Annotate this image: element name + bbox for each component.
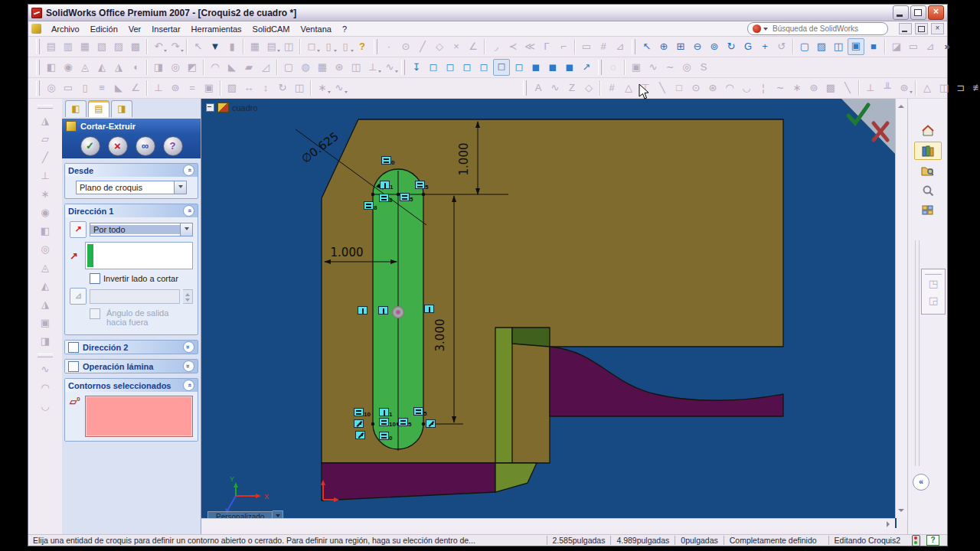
taskpane-collapse-button[interactable]: « (913, 474, 929, 491)
section-direccion2-header[interactable]: Dirección 2 « (65, 341, 198, 354)
split-entities-icon[interactable]: ¦ (756, 80, 771, 96)
section-view-icon[interactable]: ◪ (889, 39, 904, 54)
selection-filter-icon[interactable]: ▼ (207, 39, 223, 54)
show-panels-alt-icon[interactable]: ▯ (338, 39, 353, 54)
vertical-dimension-icon[interactable]: ▯ (77, 80, 93, 96)
reference-plane-icon[interactable]: ▱ (38, 132, 53, 147)
3d-sketch-icon[interactable]: ◮ (38, 113, 53, 129)
save-icon[interactable]: ▦ (77, 39, 93, 54)
reference-geometry-icon[interactable]: ⊥ (365, 60, 381, 75)
view-top-icon[interactable]: ◻ (493, 59, 510, 76)
previous-view-icon[interactable]: ↖ (639, 39, 655, 54)
concentric-relation-icon[interactable]: ⊚ (897, 80, 912, 96)
shaded-icon[interactable]: ■ (866, 39, 881, 54)
section-direccion1-header[interactable]: Dirección 1 « (65, 204, 198, 217)
fillet-feature-icon[interactable]: ◠ (207, 60, 223, 75)
hidden-lines-visible-icon[interactable]: ▨ (814, 39, 829, 54)
scan-equal-icon[interactable]: = (185, 80, 200, 96)
extruded-surface-icon[interactable]: ◧ (38, 223, 53, 239)
sketch-angle-icon[interactable]: ∠ (466, 39, 481, 54)
redo-icon[interactable]: ↷ (168, 39, 183, 54)
zoom-in-out-icon[interactable]: ⊖ (690, 39, 705, 54)
toolbar-grip[interactable] (38, 105, 53, 109)
sketch-text-icon[interactable]: A (531, 80, 546, 96)
sketch-constraint-h-icon[interactable]: 5 (398, 418, 408, 426)
show-panels-icon[interactable]: ▯ (321, 39, 336, 54)
modify-sketch-icon[interactable]: ↔ (241, 80, 256, 96)
minimize-button[interactable] (893, 5, 909, 20)
sketch-constraint-h-icon[interactable]: 8 (364, 201, 374, 210)
rebuild-icon[interactable]: ▦ (247, 39, 263, 54)
taskpane-custom-properties-button[interactable] (914, 201, 942, 220)
coordinate-system-icon[interactable]: ⊥ (38, 168, 53, 184)
view-front-icon[interactable]: ◻ (426, 60, 441, 75)
flip-entities-icon[interactable]: ⊐ (953, 80, 969, 96)
draft-feature-icon[interactable]: ◿ (258, 60, 273, 75)
pattern-entities-icon[interactable]: ≢ (970, 80, 980, 96)
sketch-constraint-v-icon[interactable] (424, 305, 434, 313)
toolbar-grip[interactable] (38, 354, 53, 357)
view-palette-icon[interactable]: ◻ (304, 39, 319, 54)
menu-archivo[interactable]: Archivo (46, 23, 85, 35)
area-hatch-icon[interactable]: # (596, 39, 611, 54)
display-relations-icon[interactable]: ⊚ (168, 80, 183, 96)
menu-solidcam[interactable]: SolidCAM (247, 23, 296, 35)
rotate-about-axis-icon[interactable]: ↺ (774, 39, 789, 54)
convert-entities-icon[interactable]: ≺ (505, 39, 521, 54)
toolbar-grip[interactable] (374, 39, 377, 54)
rib-feature-icon[interactable]: ▰ (241, 60, 256, 75)
hidden-lines-removed-icon[interactable]: ◫ (831, 39, 846, 54)
roll-view-icon[interactable]: G (740, 39, 756, 54)
reference-axis-icon[interactable]: ╱ (38, 150, 53, 165)
make-drawing-from-part-icon[interactable]: ▧ (94, 39, 109, 54)
taskpane-splitter[interactable] (915, 240, 920, 466)
perspective-icon[interactable]: ⊿ (923, 39, 938, 54)
sketch-constraint-h-icon[interactable]: 5 (400, 193, 410, 201)
cam-define-icon[interactable]: ▣ (629, 60, 644, 75)
operacion-lamina-checkbox[interactable] (68, 361, 79, 372)
spline-tools-icon[interactable]: ∿ (332, 80, 347, 96)
expand-icon[interactable]: « (183, 341, 194, 353)
tangent-arc-icon[interactable]: ◡ (739, 80, 754, 96)
draft-button[interactable]: ⊿ (70, 288, 87, 305)
collapse-icon[interactable]: « (183, 380, 194, 391)
perpendicular-relation-icon[interactable]: ⊥ (863, 80, 878, 96)
taskpane-search-button[interactable] (914, 181, 942, 200)
collapse-icon[interactable]: « (183, 205, 194, 217)
spline-curve-icon[interactable]: ∼ (773, 80, 788, 96)
configurationmanager-tab[interactable]: ◨ (111, 100, 132, 117)
point-tool-icon[interactable]: ∗ (789, 80, 805, 96)
intersection-curve-icon[interactable]: ╲ (840, 80, 855, 96)
section-contornos-header[interactable]: Contornos seleccionados « (65, 379, 198, 392)
reference-point-icon[interactable]: ∗ (38, 187, 53, 202)
combo-arrow-icon[interactable] (174, 181, 186, 194)
face-curves-icon[interactable]: ▩ (823, 80, 838, 96)
mirror-feature-icon[interactable]: ◫ (348, 60, 364, 75)
contour-selection-box[interactable] (85, 396, 193, 437)
flex-feature-icon[interactable]: ∿ (38, 362, 53, 377)
vertical-scrollbar[interactable] (895, 99, 907, 518)
fully-define-sketch-icon[interactable]: ▣ (201, 80, 217, 96)
feature-tree-flyout[interactable]: cuadro (206, 103, 258, 112)
shaded-with-edges-icon[interactable]: ▣ (848, 38, 864, 55)
help-icon[interactable]: ? (354, 39, 370, 54)
pan-icon[interactable]: + (757, 39, 773, 54)
toolbar-grip[interactable] (36, 80, 40, 96)
menu-ventana[interactable]: Ventana (296, 23, 337, 35)
grid-settings-icon[interactable]: # (604, 80, 619, 96)
make-path-icon[interactable]: ∗ (315, 80, 330, 96)
knit-surface-icon[interactable]: ◨ (38, 334, 53, 349)
collapse-icon[interactable]: « (183, 165, 194, 176)
graphics-area[interactable]: ∅0.625 1.000 1.000 3.000 (201, 99, 897, 528)
sketch-constraint-g-icon[interactable] (355, 431, 365, 439)
section-desde-header[interactable]: Desde « (65, 164, 198, 177)
copy-paste-sketch-icon[interactable]: ◫ (936, 80, 952, 96)
cam-3d-milling-icon[interactable]: ∼ (662, 60, 678, 75)
swept-surface-icon[interactable]: ◬ (38, 260, 53, 276)
indent-feature-icon[interactable]: ◡ (38, 399, 53, 414)
lofted-surface-icon[interactable]: ◭ (38, 279, 53, 294)
trim-entities-icon[interactable]: × (449, 39, 464, 54)
select-toolbar-icon[interactable]: ▮ (224, 39, 240, 54)
scroll-up-icon[interactable] (898, 102, 904, 108)
mate-reference-icon[interactable]: ◉ (38, 205, 53, 220)
